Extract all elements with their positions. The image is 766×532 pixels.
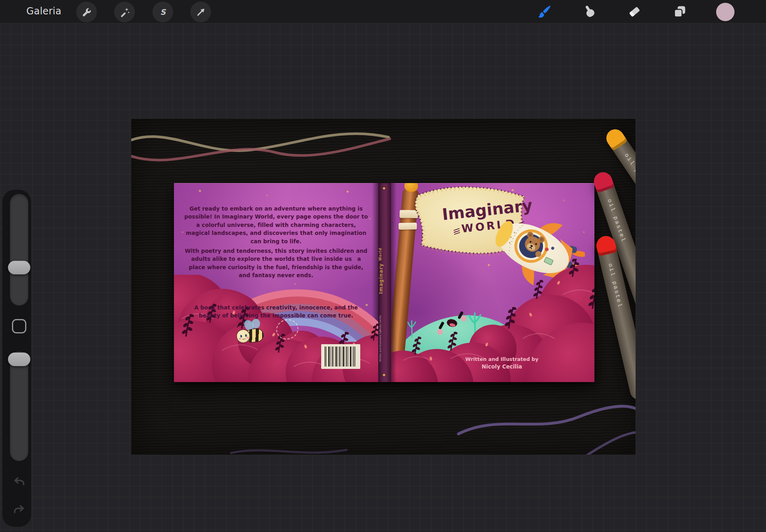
opacity-handle[interactable] <box>8 353 30 366</box>
book-cover-spread: Get ready to embark on an adventure wher… <box>174 183 594 382</box>
undo-arrow-icon <box>12 476 26 489</box>
selection-button[interactable]: S <box>152 2 173 22</box>
smudge-finger-icon <box>582 4 597 19</box>
magic-wand-icon <box>119 7 130 18</box>
paint-tool-button[interactable] <box>537 4 553 20</box>
gallery-button[interactable]: Galeria <box>26 6 61 17</box>
layers-icon <box>672 4 687 19</box>
modify-button[interactable] <box>12 319 26 333</box>
title-flourish <box>518 221 525 228</box>
star-sparkle <box>345 189 349 194</box>
svg-text:S: S <box>160 7 166 16</box>
book-back-cover: Get ready to embark on an adventure wher… <box>174 183 378 382</box>
erase-tool-button[interactable] <box>626 4 642 20</box>
flag-pole <box>391 189 419 374</box>
star-sparkle <box>382 372 386 378</box>
book-spine: Imaginary World Written and Illustrated … <box>378 183 391 382</box>
star-sparkle <box>294 283 296 286</box>
star-sparkle <box>563 199 565 202</box>
adjustments-button[interactable] <box>114 2 135 22</box>
star-sparkle <box>266 194 268 197</box>
book-title: Imaginary World <box>441 196 535 237</box>
spine-title: Imaginary World <box>378 241 391 301</box>
back-cover-paragraph-1: Get ready to embark on an adventure wher… <box>184 205 369 246</box>
brush-size-slider[interactable] <box>10 194 28 305</box>
color-swatch-button[interactable] <box>716 3 734 21</box>
star-sparkle <box>511 188 515 193</box>
bee-wing <box>251 318 261 329</box>
barcode <box>321 344 360 369</box>
spine-credit: Written and Illustrated by Nicoly Cecili… <box>378 315 391 363</box>
title-flourish <box>454 228 460 235</box>
star-sparkle <box>487 263 491 268</box>
smudge-tool-button[interactable] <box>581 4 597 20</box>
book-front-cover: Imaginary World <box>391 183 594 382</box>
star-sparkle <box>582 231 585 234</box>
actions-button[interactable] <box>76 2 97 22</box>
star-sparkle <box>369 217 371 221</box>
wrench-icon <box>81 7 92 18</box>
layers-button[interactable] <box>672 4 688 20</box>
back-cover-paragraph-2: With poetry and tenderness, this story i… <box>184 247 369 280</box>
opacity-slider[interactable] <box>10 351 28 461</box>
transform-button[interactable] <box>190 2 211 22</box>
transform-arrow-icon <box>195 7 206 18</box>
paintbrush-icon <box>537 4 552 19</box>
redo-button[interactable] <box>12 504 26 517</box>
star-sparkle <box>382 185 386 191</box>
pastel-tip <box>603 126 628 151</box>
drawing-canvas[interactable]: Get ready to embark on an adventure wher… <box>131 119 636 455</box>
author-credit: Written and Illustrated by Nicoly Cecili… <box>438 356 566 370</box>
star-sparkle <box>198 189 202 193</box>
back-cover-paragraph-3: A book that celebrates creativity, innoc… <box>184 303 369 320</box>
workspace-background: Get ready to embark on an adventure wher… <box>0 23 766 532</box>
undo-button[interactable] <box>12 476 26 489</box>
selection-s-icon: S <box>158 7 168 18</box>
topbar: Galeria S <box>0 0 766 23</box>
pole-knob <box>404 183 419 192</box>
pastel-tip <box>591 170 614 193</box>
bee-flight-trail <box>274 317 300 342</box>
eraser-icon <box>627 4 642 19</box>
brush-size-handle[interactable] <box>8 261 30 274</box>
procreate-app: Galeria S <box>0 0 766 532</box>
bee-character <box>177 278 202 300</box>
bee-character <box>235 322 267 350</box>
sidebar <box>2 190 31 527</box>
redo-arrow-icon <box>12 504 26 517</box>
